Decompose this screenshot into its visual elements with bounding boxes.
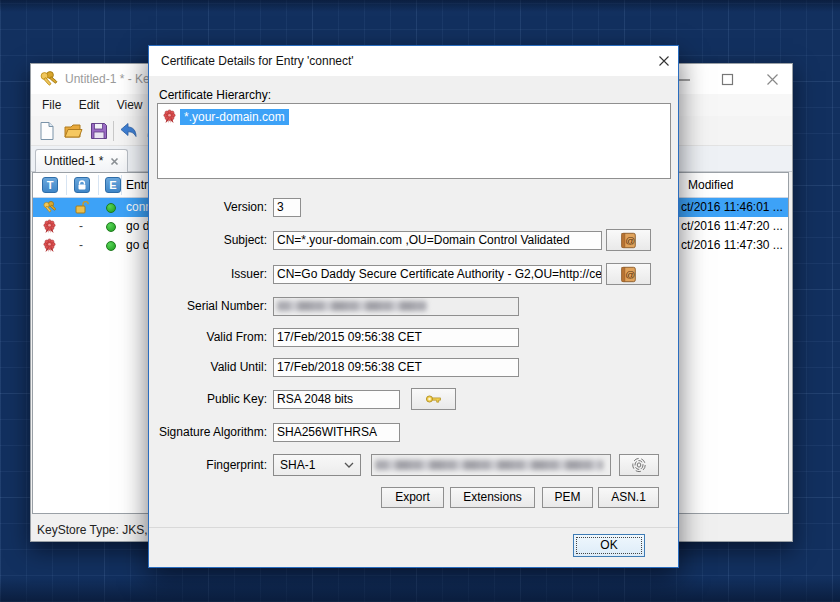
public-key-row: Public Key: RSA 2048 bits (157, 390, 400, 409)
dialog-close-button[interactable] (652, 51, 675, 71)
entry-modified: ct/2016 11:46:01 ... (681, 198, 783, 217)
hierarchy-label: Certificate Hierarchy: (159, 88, 271, 102)
valid-from-label: Valid From: (157, 328, 267, 347)
key-pair-icon (42, 200, 57, 215)
header-separator (121, 175, 122, 195)
chevron-down-icon (344, 462, 354, 468)
asn1-button[interactable]: ASN.1 (598, 487, 659, 508)
status-ok-icon (106, 241, 116, 251)
selected-certificate-name: *.your-domain.com (180, 109, 289, 125)
desktop: { "main_window": { "title": "Untitled-1 … (0, 0, 840, 602)
certificate-rosette-icon (42, 238, 57, 253)
window-title: Untitled-1 * - Ke (65, 64, 150, 94)
address-book-icon: @ (620, 232, 638, 249)
unlocked-padlock-icon (74, 200, 89, 215)
signature-algorithm-field: SHA256WITHRSA (273, 423, 400, 442)
save-icon[interactable] (89, 121, 109, 141)
toolbar-separator (113, 121, 114, 141)
redacted-serial-value (277, 301, 427, 311)
entry-name-header[interactable]: Entr (126, 173, 148, 198)
subject-label: Subject: (157, 231, 267, 250)
new-file-icon[interactable] (37, 121, 57, 141)
fingerprint-row: Fingerprint: SHA-1 (157, 454, 611, 476)
close-button[interactable] (765, 72, 780, 87)
version-row: Version: 3 (157, 198, 301, 217)
menu-file[interactable]: File (37, 94, 66, 116)
header-separator (66, 175, 67, 195)
undo-icon[interactable] (119, 121, 139, 141)
key-icon (425, 392, 443, 406)
fingerprint-algorithm-select[interactable]: SHA-1 (273, 454, 361, 476)
extensions-button[interactable]: Extensions (450, 487, 535, 508)
public-key-label: Public Key: (157, 390, 267, 409)
ok-button[interactable]: OK (573, 534, 645, 557)
tab-label: Untitled-1 * (44, 154, 103, 168)
status-bar: KeyStore Type: JKS, Si (37, 519, 162, 542)
tab-close-icon[interactable] (110, 157, 119, 166)
export-button[interactable]: Export (381, 487, 444, 508)
pem-button[interactable]: PEM (542, 487, 593, 508)
dialog-title: Certificate Details for Entry 'connect' (161, 46, 354, 76)
tree-item-certificate[interactable]: *.your-domain.com (162, 108, 289, 125)
certificate-hierarchy-tree[interactable]: *.your-domain.com (157, 103, 671, 179)
issuer-field[interactable]: CN=Go Daddy Secure Certificate Authority… (273, 265, 602, 284)
public-key-field: RSA 2048 bits (273, 390, 400, 409)
status-ok-icon (106, 203, 116, 213)
entry-modified: ct/2016 11:47:20 ... (681, 217, 783, 236)
address-book-icon: @ (620, 266, 638, 283)
app-logo-keys-icon (39, 70, 59, 88)
open-folder-icon[interactable] (63, 121, 83, 141)
header-separator (98, 175, 99, 195)
issuer-row: Issuer: CN=Go Daddy Secure Certificate A… (157, 265, 602, 284)
minimize-button[interactable] (677, 72, 692, 87)
redacted-fingerprint-value (375, 460, 603, 470)
version-label: Version: (157, 198, 267, 217)
fingerprint-field (371, 454, 611, 476)
signature-algorithm-label: Signature Algorithm: (157, 423, 267, 442)
valid-from-row: Valid From: 17/Feb/2015 09:56:38 CET (157, 328, 519, 347)
lock-status-column-icon[interactable] (74, 177, 90, 193)
tab-untitled-1[interactable]: Untitled-1 * (35, 149, 128, 172)
fingerprint-details-button[interactable] (619, 454, 659, 476)
subject-name-details-button[interactable]: @ (606, 229, 651, 251)
fingerprint-icon (631, 457, 647, 473)
valid-until-field: 17/Feb/2018 09:56:38 CET (273, 358, 519, 377)
svg-text:@: @ (625, 235, 635, 246)
lock-not-applicable: - (79, 217, 83, 236)
fingerprint-label: Fingerprint: (157, 456, 267, 475)
fingerprint-algorithm-value: SHA-1 (280, 458, 315, 472)
certificate-rosette-icon (42, 219, 57, 234)
last-modified-header[interactable]: Modified (688, 173, 733, 198)
close-icon (658, 55, 670, 67)
subject-field[interactable]: CN=*.your-domain.com ,OU=Domain Control … (273, 231, 602, 250)
type-column-icon[interactable]: T (42, 177, 58, 193)
signature-algorithm-row: Signature Algorithm: SHA256WITHRSA (157, 423, 400, 442)
svg-text:@: @ (625, 269, 635, 280)
certificate-details-dialog: Certificate Details for Entry 'connect' … (148, 45, 679, 568)
expiry-column-icon[interactable]: E (105, 177, 121, 193)
entry-name: go d (126, 217, 149, 236)
issuer-name-details-button[interactable]: @ (606, 263, 651, 285)
issuer-label: Issuer: (157, 265, 267, 284)
menu-view[interactable]: View (112, 94, 148, 116)
lock-not-applicable: - (79, 236, 83, 255)
menu-edit[interactable]: Edit (74, 94, 105, 116)
subject-row: Subject: CN=*.your-domain.com ,OU=Domain… (157, 231, 602, 250)
valid-until-label: Valid Until: (157, 358, 267, 377)
maximize-button[interactable] (720, 72, 735, 87)
certificate-rosette-icon (162, 109, 177, 124)
version-field: 3 (273, 198, 301, 217)
valid-until-row: Valid Until: 17/Feb/2018 09:56:38 CET (157, 358, 519, 377)
status-ok-icon (106, 222, 116, 232)
entry-name: go d (126, 236, 149, 255)
serial-number-label: Serial Number: (157, 297, 267, 316)
public-key-details-button[interactable] (411, 388, 456, 410)
serial-number-field (273, 297, 519, 316)
entry-modified: ct/2016 11:47:30 ... (681, 236, 783, 255)
dialog-titlebar[interactable]: Certificate Details for Entry 'connect' (149, 46, 678, 76)
valid-from-field: 17/Feb/2015 09:56:38 CET (273, 328, 519, 347)
serial-number-row: Serial Number: (157, 297, 519, 316)
dialog-separator (149, 527, 678, 528)
